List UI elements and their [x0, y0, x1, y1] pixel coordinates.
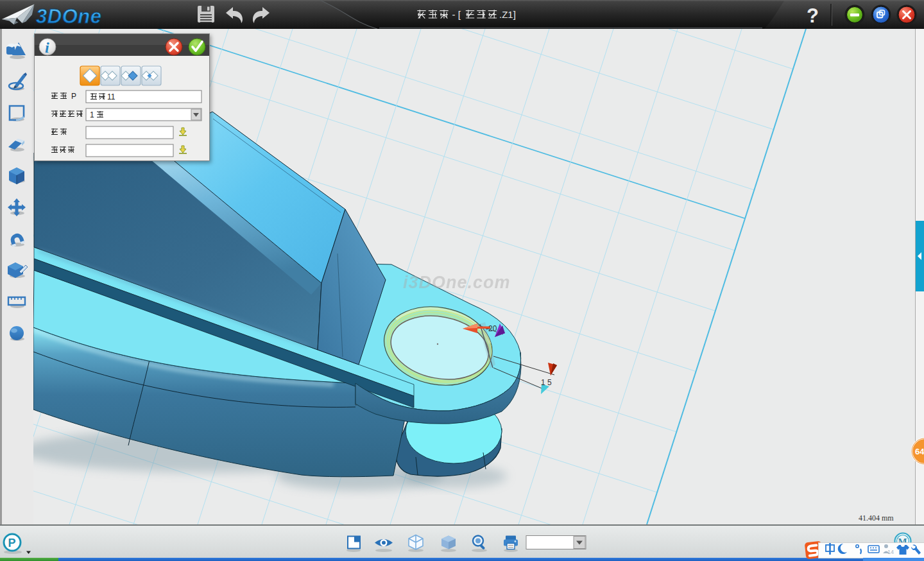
svg-text:-20: -20 — [486, 324, 497, 333]
svg-text:1: 1 — [90, 110, 94, 119]
svg-text:i: i — [45, 39, 49, 56]
svg-text:.Z1]: .Z1] — [499, 9, 516, 20]
svg-text:P: P — [71, 92, 76, 101]
svg-text:P: P — [8, 537, 16, 549]
svg-text:1 5: 1 5 — [541, 378, 552, 387]
svg-text:- [: - [ — [452, 9, 461, 20]
svg-text:64: 64 — [915, 447, 924, 456]
svg-text:i3DOne.com: i3DOne.com — [403, 273, 511, 292]
svg-text:3DOne: 3DOne — [36, 5, 101, 28]
svg-text:11: 11 — [107, 92, 116, 101]
svg-text:?: ? — [807, 4, 819, 27]
svg-text:14: 14 — [887, 549, 894, 555]
